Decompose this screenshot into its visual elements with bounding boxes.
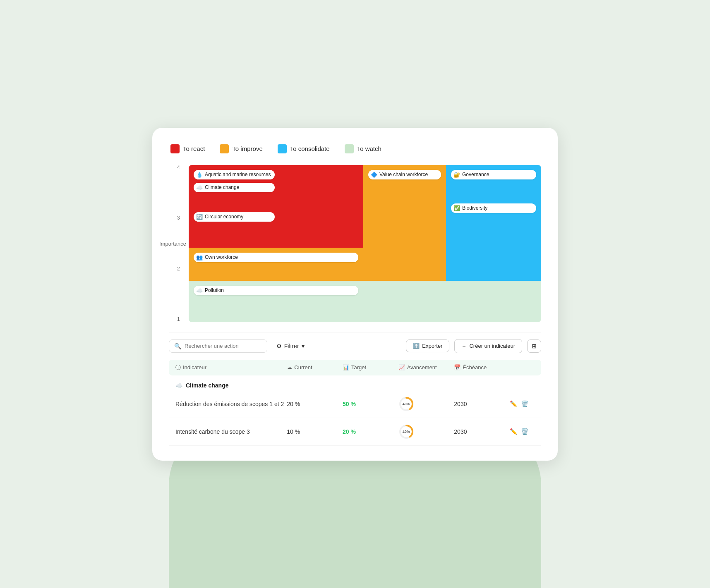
main-card: To react To improve To consolidate To wa… — [152, 128, 558, 461]
chip-circular-label: Circular economy — [205, 214, 243, 220]
legend-label-watch: To watch — [357, 145, 381, 152]
row2-delete-button[interactable]: 🗑️ — [521, 428, 529, 435]
search-icon: 🔍 — [174, 343, 181, 349]
chip-biodiversity[interactable]: ✅ Biodiversity — [451, 203, 536, 213]
chip-aquatic[interactable]: 💧 Aquatic and marine resources — [194, 170, 275, 179]
search-container: 🔍 — [169, 339, 267, 353]
columns-button[interactable]: ⊞ — [527, 339, 541, 353]
header-target-label: Target — [351, 364, 366, 370]
header-current-label: Current — [294, 364, 312, 370]
target-icon: 📊 — [343, 364, 349, 370]
table-row: Intensité carbone du scope 3 10 % 20 % 4… — [169, 418, 541, 446]
echeance-icon: 📅 — [454, 364, 461, 370]
chip-governance[interactable]: 🔐 Governance — [451, 170, 536, 179]
avancement-icon: 📈 — [398, 364, 405, 370]
chip-governance-label: Governance — [462, 172, 489, 177]
cell-blue-top: 🔐 Governance ✅ Biodiversity — [446, 165, 541, 248]
category-icon: ☁️ — [175, 382, 182, 389]
chip-pollution-label: Pollution — [205, 287, 224, 293]
table-row: Réduction des émissions de scopes 1 et 2… — [169, 390, 541, 418]
table-header: ⓘ Indicateur ☁ Current 📊 Target 📈 Avance… — [169, 360, 541, 375]
filter-chevron-icon: ▾ — [302, 343, 305, 349]
legend: To react To improve To consolidate To wa… — [169, 144, 541, 153]
header-echeance-label: Échéance — [463, 364, 487, 370]
cell-red-top: 💧 Aquatic and marine resources ☁️ Climat… — [189, 165, 363, 248]
chip-ownworkforce-label: Own workforce — [205, 254, 238, 260]
row1-edit-button[interactable]: ✏️ — [510, 400, 518, 408]
chip-valuechain[interactable]: 🔷 Value chain workforce — [368, 170, 441, 179]
legend-label-improve: To improve — [232, 145, 262, 152]
row1-current: 20 % — [287, 401, 343, 407]
row2-current: 10 % — [287, 428, 343, 435]
chip-valuechain-label: Value chain workforce — [379, 172, 428, 177]
chip-ownworkforce[interactable]: 👥 Own workforce — [194, 253, 358, 262]
chip-climate[interactable]: ☁️ Climate change — [194, 183, 275, 192]
row2-indicator: Intensité carbone du scope 3 — [175, 428, 287, 435]
header-target: 📊 Target — [343, 364, 398, 371]
tick-3: 3 — [177, 215, 180, 220]
cell-orange-top: 🔷 Value chain workforce — [363, 165, 446, 248]
row2-edit-button[interactable]: ✏️ — [510, 428, 518, 435]
progress-circle-2: 40% — [398, 424, 414, 440]
progress-label-1: 40% — [403, 402, 410, 406]
header-actions — [510, 364, 535, 371]
cell-orange-mid-center — [363, 248, 446, 281]
row2-deadline: 2030 — [454, 428, 510, 435]
matrix-row-mid: 👥 Own workforce — [189, 248, 541, 281]
filter-button[interactable]: ⚙ Filtrer ▾ — [272, 340, 309, 352]
chip-climate-label: Climate change — [205, 184, 239, 190]
header-indicateur-label: Indicateur — [183, 364, 206, 370]
create-icon: ＋ — [461, 342, 467, 350]
row1-delete-button[interactable]: 🗑️ — [521, 400, 529, 408]
legend-dot-watch — [345, 144, 354, 153]
row1-indicator: Réduction des émissions de scopes 1 et 2 — [175, 401, 287, 407]
indicateur-icon: ⓘ — [175, 364, 181, 371]
header-echeance: 📅 Échéance — [454, 364, 510, 371]
cell-blue-mid — [446, 248, 541, 281]
legend-react: To react — [170, 144, 205, 153]
search-input[interactable] — [185, 343, 262, 349]
pollution-icon: ☁️ — [196, 287, 203, 294]
chart-area: Importance 4 3 2 1 💧 Aquatic and marine … — [169, 165, 541, 322]
legend-dot-consolidate — [278, 144, 287, 153]
climate-icon: ☁️ — [196, 184, 203, 191]
chip-circular[interactable]: 🔄 Circular economy — [194, 212, 275, 222]
circular-icon: 🔄 — [196, 214, 203, 220]
row1-progress: 40% — [398, 396, 454, 412]
toolbar: 🔍 ⚙ Filtrer ▾ ⬆️ Exporter ＋ Créer un ind… — [169, 339, 541, 353]
export-label: Exporter — [422, 343, 442, 349]
table-section: 🔍 ⚙ Filtrer ▾ ⬆️ Exporter ＋ Créer un ind… — [169, 332, 541, 446]
tick-4: 4 — [177, 165, 180, 170]
y-axis-label: Importance — [159, 240, 186, 246]
header-avancement: 📈 Avancement — [398, 364, 454, 371]
create-indicator-button[interactable]: ＋ Créer un indicateur — [454, 339, 522, 353]
legend-dot-improve — [220, 144, 229, 153]
aquatic-icon: 💧 — [196, 172, 203, 178]
chip-pollution[interactable]: ☁️ Pollution — [194, 286, 358, 295]
export-icon: ⬆️ — [413, 343, 420, 349]
biodiversity-icon: ✅ — [453, 205, 460, 211]
row2-target: 20 % — [343, 428, 398, 435]
category-climate: ☁️ Climate change — [169, 377, 541, 390]
export-button[interactable]: ⬆️ Exporter — [406, 339, 449, 352]
matrix-row-top: 💧 Aquatic and marine resources ☁️ Climat… — [189, 165, 541, 248]
cell-mint-right — [446, 281, 541, 322]
header-indicateur: ⓘ Indicateur — [175, 364, 287, 371]
legend-watch: To watch — [345, 144, 381, 153]
progress-label-2: 40% — [403, 430, 410, 434]
category-name: Climate change — [186, 382, 228, 389]
governance-icon: 🔐 — [453, 172, 460, 178]
matrix-row-bottom: ☁️ Pollution — [189, 281, 541, 322]
chip-aquatic-label: Aquatic and marine resources — [205, 172, 271, 177]
y-axis-wrapper: Importance 4 3 2 1 — [169, 165, 189, 322]
create-label: Créer un indicateur — [469, 343, 515, 349]
ownworkforce-icon: 👥 — [196, 254, 203, 261]
legend-dot-react — [170, 144, 180, 153]
header-current: ☁ Current — [287, 364, 343, 371]
cell-mint-left: ☁️ Pollution — [189, 281, 363, 322]
legend-label-consolidate: To consolidate — [290, 145, 330, 152]
cell-orange-mid-left: 👥 Own workforce — [189, 248, 363, 281]
header-avancement-label: Avancement — [407, 364, 437, 370]
chip-biodiversity-label: Biodiversity — [462, 205, 487, 211]
legend-consolidate: To consolidate — [278, 144, 330, 153]
